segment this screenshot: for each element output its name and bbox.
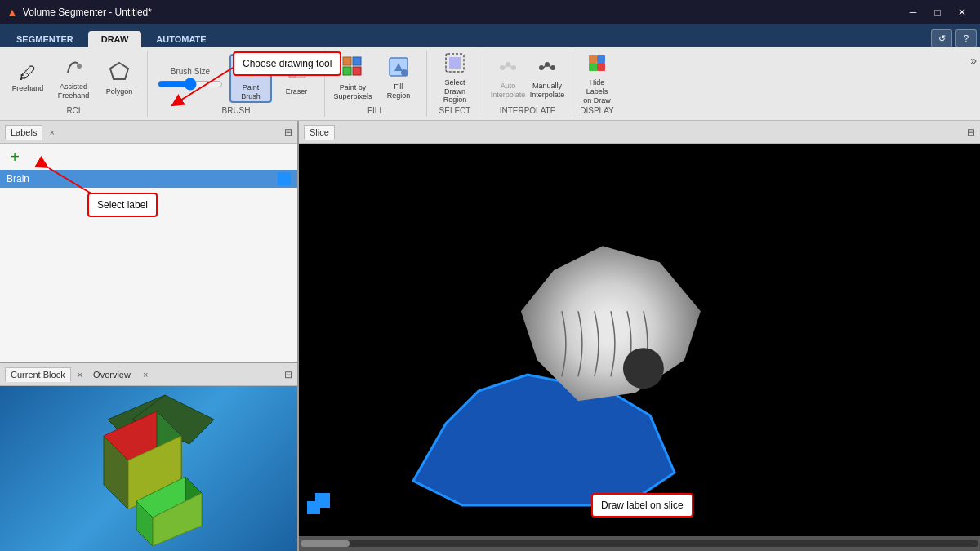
select-drawn-region-button[interactable]: Select DrawnRegion	[434, 54, 476, 103]
select-group-label: SELECT	[439, 106, 471, 117]
app-title: ▲ Volume Segmenter - Untitled*	[7, 6, 152, 19]
svg-rect-4	[248, 57, 255, 69]
paint-brush-label: PaintBrush	[241, 83, 261, 101]
main-layout: Labels × ⊟ Select label +	[0, 121, 980, 551]
fill-region-label: FillRegion	[387, 82, 411, 100]
close-button[interactable]: ✕	[951, 3, 973, 21]
select-drawn-icon	[444, 52, 466, 77]
eraser-button[interactable]: Eraser	[275, 54, 318, 103]
main-tab-bar: SEGMENTER DRAW AUTOMATE ↺ ?	[0, 24, 980, 47]
right-panel: Slice ⊟ ✏ 1/35 ⊕ ✋ 🔍 🔍 ⌂ Draw l	[299, 121, 980, 551]
manually-interpolate-icon	[537, 58, 557, 80]
svg-rect-5	[249, 69, 254, 73]
manually-interpolate-label: ManuallyInterpolate	[530, 82, 565, 100]
slice-tab[interactable]: Slice	[304, 125, 335, 140]
slice-canvas	[299, 144, 980, 522]
svg-point-17	[500, 65, 505, 70]
brush-group-label: BRUSH	[221, 106, 250, 117]
rci-tools: 🖊 Freehand AssistedFreehand	[7, 51, 140, 106]
select-tools: Select DrawnRegion	[434, 51, 476, 106]
title-text: Volume Segmenter - Untitled*	[23, 7, 152, 18]
auto-interpolate-label: AutoInterpolate	[491, 82, 526, 100]
fill-group: Paint bySuperpixels FillRegion FILL	[325, 51, 427, 117]
svg-rect-10	[353, 57, 361, 65]
interpolate-group-label: INTERPOLATE	[500, 106, 556, 117]
tab-draw[interactable]: DRAW	[88, 31, 142, 47]
bottom-expand-icon[interactable]: ⊟	[284, 369, 292, 380]
arrow-select-label	[0, 144, 299, 266]
svg-rect-8	[289, 69, 296, 78]
polygon-icon	[109, 61, 130, 86]
help-button[interactable]: ?	[956, 29, 977, 47]
brush-size-label: Brush Size	[171, 67, 210, 76]
paint-brush-icon	[240, 56, 261, 82]
tab-bar-right: ↺ ?	[931, 29, 977, 47]
app-icon: ▲	[7, 6, 18, 19]
labels-tab[interactable]: Labels	[5, 125, 42, 140]
select-group: Select DrawnRegion SELECT	[427, 51, 483, 117]
hide-labels-icon	[586, 51, 608, 77]
svg-rect-12	[353, 67, 361, 75]
interpolate-tools: AutoInterpolate ManuallyInterpolate	[490, 51, 565, 106]
labels-expand-icon[interactable]: ⊟	[284, 127, 292, 138]
scroll-track	[301, 540, 978, 547]
slice-expand-icon[interactable]: ⊟	[967, 127, 975, 138]
labels-close-icon[interactable]: ×	[49, 127, 54, 137]
svg-rect-26	[597, 63, 605, 71]
svg-point-14	[401, 69, 408, 76]
tab-segmenter[interactable]: SEGMENTER	[3, 31, 87, 47]
svg-point-2	[77, 64, 82, 69]
slice-view: ✏ 1/35 ⊕ ✋ 🔍 🔍 ⌂ Draw label on slice	[299, 144, 980, 536]
svg-rect-6	[250, 73, 253, 78]
window-controls: ─ □ ✕	[902, 3, 973, 21]
minimize-button[interactable]: ─	[902, 3, 924, 21]
title-bar: ▲ Volume Segmenter - Untitled* ─ □ ✕	[0, 0, 980, 24]
superpixels-icon	[341, 56, 364, 82]
paint-by-superpixels-button[interactable]: Paint bySuperpixels	[332, 54, 374, 103]
blue-pixel-indicator	[315, 493, 330, 508]
polygon-label: Polygon	[106, 87, 133, 96]
polygon-button[interactable]: Polygon	[98, 54, 140, 103]
overview-tab[interactable]: Overview	[87, 367, 136, 382]
hide-labels-label: Hide Labelson Draw	[581, 78, 612, 104]
fill-region-button[interactable]: FillRegion	[377, 54, 420, 103]
assisted-freehand-icon	[63, 56, 84, 81]
auto-interpolate-button[interactable]: AutoInterpolate	[490, 55, 526, 102]
maximize-button[interactable]: □	[926, 3, 949, 21]
add-label-button[interactable]: +	[5, 147, 24, 167]
paint-brush-button[interactable]: PaintBrush	[229, 54, 272, 103]
svg-rect-24	[597, 55, 605, 63]
tab-automate[interactable]: AUTOMATE	[143, 31, 219, 47]
left-panel: Labels × ⊟ Select label +	[0, 121, 299, 551]
svg-point-20	[539, 65, 544, 70]
hide-labels-button[interactable]: Hide Labelson Draw	[579, 55, 615, 102]
slice-header: Slice ⊟	[299, 121, 980, 144]
select-drawn-label: Select DrawnRegion	[436, 78, 474, 104]
label-item-brain[interactable]: Brain	[0, 170, 297, 188]
freehand-button[interactable]: 🖊 Freehand	[7, 54, 49, 103]
display-group-label: DISPLAY	[580, 106, 614, 117]
scroll-thumb[interactable]	[301, 540, 350, 547]
undo-button[interactable]: ↺	[931, 29, 952, 47]
brush-size-slider[interactable]	[158, 78, 223, 91]
toolbar-expand-button[interactable]: »	[970, 54, 977, 67]
brush-group: Brush Size PaintBrush	[148, 51, 325, 117]
assisted-freehand-label: AssistedFreehand	[58, 82, 90, 100]
labels-list: Brain	[0, 170, 297, 188]
fill-region-icon	[388, 56, 409, 81]
rci-label: RCI	[66, 106, 80, 117]
svg-rect-16	[449, 57, 461, 69]
overview-close[interactable]: ×	[143, 370, 148, 380]
freehand-icon: 🖊	[19, 64, 37, 82]
auto-interpolate-icon	[498, 58, 518, 80]
fill-group-label: FILL	[368, 106, 384, 117]
assisted-freehand-button[interactable]: AssistedFreehand	[52, 54, 95, 103]
svg-point-19	[511, 65, 516, 70]
slice-scrollbar	[299, 536, 980, 551]
current-block-close[interactable]: ×	[78, 370, 82, 380]
eraser-icon	[286, 61, 307, 86]
3d-object	[59, 387, 238, 550]
manually-interpolate-button[interactable]: ManuallyInterpolate	[529, 55, 565, 102]
current-block-tab[interactable]: Current Block	[5, 367, 71, 382]
svg-rect-9	[343, 57, 351, 65]
